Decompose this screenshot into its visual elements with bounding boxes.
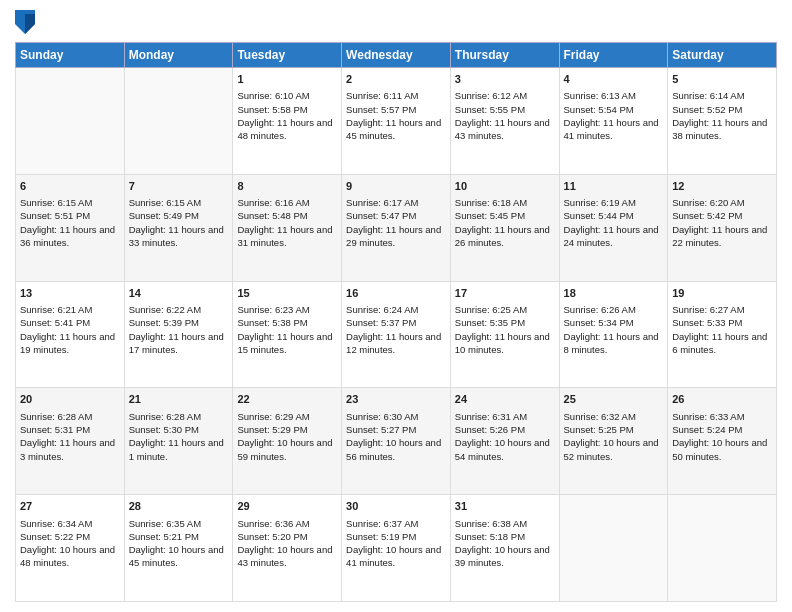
- day-number: 14: [129, 286, 229, 301]
- calendar-cell: 11Sunrise: 6:19 AMSunset: 5:44 PMDayligh…: [559, 174, 668, 281]
- weekday-header-monday: Monday: [124, 43, 233, 68]
- day-number: 2: [346, 72, 446, 87]
- day-number: 16: [346, 286, 446, 301]
- calendar-cell: 28Sunrise: 6:35 AMSunset: 5:21 PMDayligh…: [124, 495, 233, 602]
- calendar-cell: 20Sunrise: 6:28 AMSunset: 5:31 PMDayligh…: [16, 388, 125, 495]
- svg-marker-1: [25, 14, 35, 34]
- page: SundayMondayTuesdayWednesdayThursdayFrid…: [0, 0, 792, 612]
- day-number: 24: [455, 392, 555, 407]
- calendar-cell: 13Sunrise: 6:21 AMSunset: 5:41 PMDayligh…: [16, 281, 125, 388]
- header: [15, 10, 777, 34]
- calendar-cell: 21Sunrise: 6:28 AMSunset: 5:30 PMDayligh…: [124, 388, 233, 495]
- calendar-cell: 7Sunrise: 6:15 AMSunset: 5:49 PMDaylight…: [124, 174, 233, 281]
- day-number: 28: [129, 499, 229, 514]
- day-number: 9: [346, 179, 446, 194]
- day-number: 30: [346, 499, 446, 514]
- calendar-cell: 16Sunrise: 6:24 AMSunset: 5:37 PMDayligh…: [342, 281, 451, 388]
- calendar-cell: 12Sunrise: 6:20 AMSunset: 5:42 PMDayligh…: [668, 174, 777, 281]
- calendar-cell: 30Sunrise: 6:37 AMSunset: 5:19 PMDayligh…: [342, 495, 451, 602]
- weekday-header-tuesday: Tuesday: [233, 43, 342, 68]
- calendar-cell: 2Sunrise: 6:11 AMSunset: 5:57 PMDaylight…: [342, 68, 451, 175]
- day-number: 15: [237, 286, 337, 301]
- calendar-cell: [668, 495, 777, 602]
- day-number: 8: [237, 179, 337, 194]
- day-number: 26: [672, 392, 772, 407]
- day-number: 6: [20, 179, 120, 194]
- day-number: 13: [20, 286, 120, 301]
- day-number: 19: [672, 286, 772, 301]
- day-number: 31: [455, 499, 555, 514]
- day-number: 21: [129, 392, 229, 407]
- calendar-cell: 6Sunrise: 6:15 AMSunset: 5:51 PMDaylight…: [16, 174, 125, 281]
- calendar-cell: 8Sunrise: 6:16 AMSunset: 5:48 PMDaylight…: [233, 174, 342, 281]
- day-number: 29: [237, 499, 337, 514]
- logo-icon: [15, 10, 35, 34]
- logo: [15, 10, 39, 34]
- calendar-table: SundayMondayTuesdayWednesdayThursdayFrid…: [15, 42, 777, 602]
- calendar-cell: [559, 495, 668, 602]
- day-number: 23: [346, 392, 446, 407]
- day-number: 20: [20, 392, 120, 407]
- calendar-cell: 14Sunrise: 6:22 AMSunset: 5:39 PMDayligh…: [124, 281, 233, 388]
- calendar-cell: 18Sunrise: 6:26 AMSunset: 5:34 PMDayligh…: [559, 281, 668, 388]
- calendar-cell: 4Sunrise: 6:13 AMSunset: 5:54 PMDaylight…: [559, 68, 668, 175]
- calendar-cell: 24Sunrise: 6:31 AMSunset: 5:26 PMDayligh…: [450, 388, 559, 495]
- calendar-cell: 25Sunrise: 6:32 AMSunset: 5:25 PMDayligh…: [559, 388, 668, 495]
- calendar-cell: [16, 68, 125, 175]
- day-number: 12: [672, 179, 772, 194]
- calendar-cell: 29Sunrise: 6:36 AMSunset: 5:20 PMDayligh…: [233, 495, 342, 602]
- calendar-cell: 5Sunrise: 6:14 AMSunset: 5:52 PMDaylight…: [668, 68, 777, 175]
- calendar-cell: 26Sunrise: 6:33 AMSunset: 5:24 PMDayligh…: [668, 388, 777, 495]
- calendar-cell: 23Sunrise: 6:30 AMSunset: 5:27 PMDayligh…: [342, 388, 451, 495]
- day-number: 4: [564, 72, 664, 87]
- day-number: 3: [455, 72, 555, 87]
- calendar-cell: 10Sunrise: 6:18 AMSunset: 5:45 PMDayligh…: [450, 174, 559, 281]
- weekday-header-sunday: Sunday: [16, 43, 125, 68]
- day-number: 22: [237, 392, 337, 407]
- day-number: 27: [20, 499, 120, 514]
- day-number: 17: [455, 286, 555, 301]
- day-number: 1: [237, 72, 337, 87]
- calendar-cell: 9Sunrise: 6:17 AMSunset: 5:47 PMDaylight…: [342, 174, 451, 281]
- calendar-cell: 22Sunrise: 6:29 AMSunset: 5:29 PMDayligh…: [233, 388, 342, 495]
- day-number: 5: [672, 72, 772, 87]
- calendar-cell: 31Sunrise: 6:38 AMSunset: 5:18 PMDayligh…: [450, 495, 559, 602]
- day-number: 18: [564, 286, 664, 301]
- calendar-cell: [124, 68, 233, 175]
- day-number: 10: [455, 179, 555, 194]
- day-number: 7: [129, 179, 229, 194]
- day-number: 25: [564, 392, 664, 407]
- weekday-header-friday: Friday: [559, 43, 668, 68]
- calendar-cell: 1Sunrise: 6:10 AMSunset: 5:58 PMDaylight…: [233, 68, 342, 175]
- day-number: 11: [564, 179, 664, 194]
- calendar-cell: 19Sunrise: 6:27 AMSunset: 5:33 PMDayligh…: [668, 281, 777, 388]
- calendar-cell: 15Sunrise: 6:23 AMSunset: 5:38 PMDayligh…: [233, 281, 342, 388]
- calendar-cell: 3Sunrise: 6:12 AMSunset: 5:55 PMDaylight…: [450, 68, 559, 175]
- weekday-header-thursday: Thursday: [450, 43, 559, 68]
- calendar-cell: 17Sunrise: 6:25 AMSunset: 5:35 PMDayligh…: [450, 281, 559, 388]
- calendar-cell: 27Sunrise: 6:34 AMSunset: 5:22 PMDayligh…: [16, 495, 125, 602]
- weekday-header-wednesday: Wednesday: [342, 43, 451, 68]
- weekday-header-saturday: Saturday: [668, 43, 777, 68]
